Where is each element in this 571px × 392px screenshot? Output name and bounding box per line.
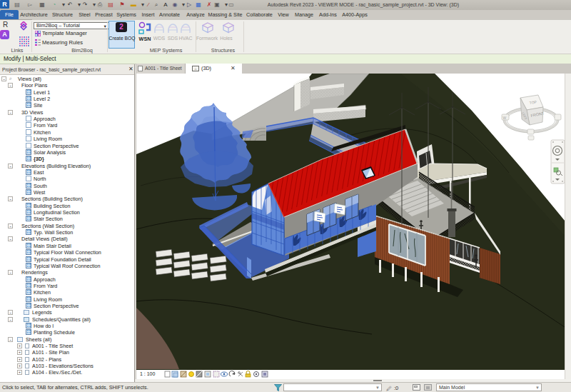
svg-text:W: W — [503, 116, 507, 120]
